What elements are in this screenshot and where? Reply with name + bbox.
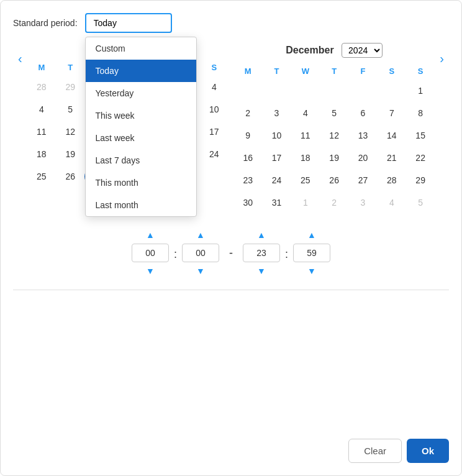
calendar-right-days-header: M T W T F S S [233,63,435,80]
list-item[interactable]: 5 [320,102,348,124]
list-item[interactable]: 26 [56,165,84,188]
start-minute-up-button[interactable]: ▲ [191,229,210,241]
ok-button[interactable]: Ok [407,439,449,463]
dropdown-item-custom[interactable]: Custom [86,37,196,60]
end-hour-down-button[interactable]: ▼ [252,265,271,277]
list-item[interactable]: 22 [406,147,435,169]
list-item[interactable]: 18 [291,147,320,169]
list-item[interactable]: 17 [262,147,291,169]
list-item[interactable]: 12 [56,121,84,143]
list-item [233,80,262,102]
list-item[interactable]: 25 [27,165,56,188]
dropdown-item-last-month[interactable]: Last month [86,194,196,216]
clear-button[interactable]: Clear [348,439,402,463]
list-item[interactable]: 21 [378,147,406,169]
dropdown-item-this-week[interactable]: This week [86,104,196,127]
list-item [262,80,291,102]
list-item[interactable]: 23 [233,169,262,191]
list-item[interactable]: 9 [233,124,262,147]
list-item[interactable]: 6 [348,102,377,124]
time-range-separator: - [229,247,233,260]
list-item[interactable]: 28 [378,169,406,191]
list-item[interactable]: 29 [406,169,435,191]
list-item[interactable]: 20 [348,147,377,169]
list-item[interactable]: 5 [406,191,435,214]
end-hour-up-button[interactable]: ▲ [252,229,271,241]
list-item[interactable]: 1 [406,80,435,102]
period-dropdown: Custom Today Yesterday This week Last we… [85,37,197,217]
calendar-right-header: December 2022 2023 2024 2025 [233,43,435,58]
period-row: Standard period: Custom Today Yesterday … [13,13,449,33]
list-item [378,80,406,102]
period-input[interactable] [85,13,172,33]
list-item[interactable]: 4 [291,102,320,124]
dropdown-item-last-7-days[interactable]: Last 7 days [86,149,196,172]
period-label: Standard period: [13,18,78,28]
next-month-button[interactable]: › [435,49,449,68]
list-item[interactable]: 4 [27,98,56,121]
end-minute-down-button[interactable]: ▼ [302,265,321,277]
list-item[interactable]: 2 [320,191,348,214]
list-item[interactable]: 24 [200,143,229,165]
dropdown-item-today[interactable]: Today [86,60,196,82]
list-item[interactable]: 4 [200,76,229,98]
list-item[interactable]: 2 [233,102,262,124]
dropdown-item-last-week[interactable]: Last week [86,127,196,149]
list-item[interactable]: 18 [27,143,56,165]
list-item[interactable]: 29 [56,76,84,98]
day-header-m2: M [233,63,262,80]
start-hour-down-button[interactable]: ▼ [141,265,160,277]
calendars-section: ‹ November 2024 M T W T F S [13,43,449,214]
start-hour-input[interactable] [132,244,169,262]
list-item[interactable]: 3 [262,102,291,124]
start-minute-input[interactable] [182,244,219,262]
start-minute-down-button[interactable]: ▼ [191,265,210,277]
list-item[interactable]: 10 [262,124,291,147]
end-minute-input[interactable] [293,244,330,262]
dropdown-item-this-month[interactable]: This month [86,172,196,194]
table-row: 16 17 18 19 20 21 22 [233,147,435,169]
list-item[interactable]: 12 [320,124,348,147]
list-item[interactable]: 8 [406,102,435,124]
list-item[interactable]: 10 [200,98,229,121]
list-item[interactable]: 19 [320,147,348,169]
list-item[interactable]: 26 [320,169,348,191]
start-minute-group: ▲ ▼ [182,229,219,277]
list-item[interactable]: 1 [291,191,320,214]
list-item[interactable]: 19 [56,143,84,165]
day-header-t4: T [320,63,348,80]
dropdown-item-yesterday[interactable]: Yesterday [86,82,196,104]
time-section: ▲ ▼ : ▲ ▼ - ▲ ▼ : ▲ ▼ [13,229,449,277]
list-item[interactable]: 27 [348,169,377,191]
list-item[interactable]: 31 [262,191,291,214]
start-hour-up-button[interactable]: ▲ [141,229,160,241]
list-item[interactable]: 17 [200,121,229,143]
table-row: 30 31 1 2 3 4 5 [233,191,435,214]
list-item[interactable]: 30 [233,191,262,214]
list-item[interactable]: 7 [378,102,406,124]
day-header-s2: S [200,59,229,76]
day-header-w2: W [291,63,320,80]
list-item[interactable]: 14 [378,124,406,147]
year-select[interactable]: 2022 2023 2024 2025 [342,43,383,58]
list-item[interactable]: 3 [348,191,377,214]
day-header-m1: M [27,59,56,76]
day-header-f2: F [348,63,377,80]
prev-month-button[interactable]: ‹ [13,49,27,68]
list-item[interactable]: 24 [262,169,291,191]
list-item[interactable]: 11 [27,121,56,143]
period-select-wrapper: Custom Today Yesterday This week Last we… [85,13,172,33]
list-item[interactable]: 25 [291,169,320,191]
date-picker-container: Standard period: Custom Today Yesterday … [0,0,462,476]
list-item[interactable]: 28 [27,76,56,98]
list-item[interactable]: 11 [291,124,320,147]
list-item[interactable]: 5 [56,98,84,121]
day-header-t3: T [262,63,291,80]
list-item[interactable]: 15 [406,124,435,147]
list-item[interactable]: 13 [348,124,377,147]
end-hour-input[interactable] [243,244,280,262]
calendar-right: December 2022 2023 2024 2025 M T W [233,43,435,214]
list-item[interactable]: 16 [233,147,262,169]
list-item[interactable]: 4 [378,191,406,214]
end-minute-up-button[interactable]: ▲ [302,229,321,241]
